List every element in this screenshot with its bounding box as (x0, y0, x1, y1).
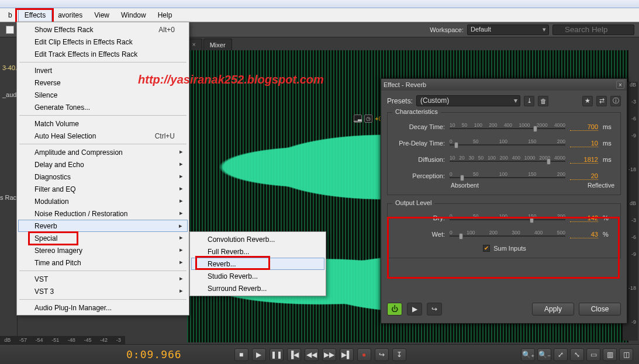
power-toggle[interactable]: ⏻ (387, 303, 402, 316)
menu-item-help[interactable]: Help (152, 9, 178, 22)
slider-track[interactable]: 10203050100200400100020004000 (450, 155, 565, 164)
menu-item-vst-3[interactable]: VST 3 (18, 285, 188, 297)
menu-item-time-and-pitch[interactable]: Time and Pitch (18, 256, 188, 269)
zoom-selection-button[interactable]: ⤡ (570, 348, 584, 361)
rewind-button[interactable]: ◀◀ (305, 348, 319, 361)
menu-item-amplitude-and-compression[interactable]: Amplitude and Compression (18, 146, 188, 158)
skip-start-button[interactable]: ▐◀ (287, 348, 301, 361)
menu-item-effects[interactable]: Effects (18, 8, 52, 22)
info-icon[interactable]: ⓘ (610, 96, 621, 106)
slider-thumb[interactable] (459, 233, 463, 240)
sum-inputs-checkbox[interactable]: ✔ (483, 245, 490, 252)
skip-end-button[interactable]: ▶▌ (340, 348, 354, 361)
save-preset-icon[interactable]: ⤓ (524, 96, 534, 106)
slider-thumb[interactable] (533, 126, 537, 132)
level-meter-scale: dB-57 -54-51 -48-45 -42-3 (0, 336, 125, 344)
channel-map-icon[interactable]: ⇄ (596, 96, 607, 106)
dialog-titlebar[interactable]: Effect - Reverb × (381, 79, 627, 91)
menu-item-favorites-partial[interactable]: avorites (52, 9, 88, 22)
slider-thumb[interactable] (530, 217, 534, 223)
loop-toggle[interactable]: ↪ (427, 303, 442, 316)
slider-value[interactable]: 142 (570, 214, 598, 222)
menu-item-modulation[interactable]: Modulation (18, 195, 188, 207)
menu-item-invert[interactable]: Invert (18, 64, 188, 77)
loop-button[interactable]: ↪ (375, 348, 389, 361)
zoom-in-button[interactable]: 🔍₊ (521, 348, 535, 361)
menu-item-noise-reduction-restoration[interactable]: Noise Reduction / Restoration (18, 207, 188, 220)
record-button[interactable]: ● (357, 348, 371, 361)
hud-clock-icon[interactable]: ◷ (364, 115, 372, 123)
slider-value[interactable]: 10 (570, 140, 598, 147)
slider-label: Diffusion: (395, 156, 445, 163)
slider-value[interactable]: 20 (570, 172, 598, 180)
zoom-full-button[interactable]: ⤢ (554, 348, 568, 361)
pause-button[interactable]: ❚❚ (270, 348, 284, 361)
slider-value[interactable]: 43 (570, 231, 598, 238)
skip-selection-button[interactable]: ↧ (392, 348, 406, 361)
menu-item-edit-clip-effects-in-effects-rack[interactable]: Edit Clip Effects in Effects Rack (18, 36, 188, 48)
menu-item-filter-and-eq[interactable]: Filter and EQ (18, 183, 188, 195)
menu-item-stereo-imagery[interactable]: Stereo Imagery (18, 244, 188, 256)
characteristics-group: Characteristics Decay Time:1050100200400… (387, 112, 621, 195)
apply-button[interactable]: Apply (532, 303, 574, 316)
search-input[interactable] (552, 25, 634, 35)
close-icon[interactable]: × (192, 41, 196, 48)
mode-toggle-icon[interactable] (6, 26, 14, 34)
menu-item-auto-heal-selection[interactable]: Auto Heal SelectionCtrl+U (18, 130, 188, 142)
slider-unit: ms (603, 140, 614, 147)
menu-item-audio-plug-in-manager[interactable]: Audio Plug-In Manager... (18, 301, 188, 314)
menu-item-edit-track-effects-in-effects-rack[interactable]: Edit Track Effects in Effects Rack (18, 48, 188, 60)
timecode-display[interactable]: 0:09.966 (126, 348, 182, 360)
play-button[interactable]: ▶ (252, 348, 266, 361)
zoom-out-time-button[interactable]: ▥ (603, 348, 617, 361)
menu-item-reverse[interactable]: Reverse (18, 77, 188, 89)
workspace-select[interactable]: Default (467, 25, 549, 35)
close-button[interactable]: Close (579, 303, 621, 316)
menu-item-delay-and-echo[interactable]: Delay and Echo (18, 158, 188, 171)
menu-item-clip-partial[interactable]: b (2, 9, 18, 22)
slider-row-dry: Dry:050100150200142% (395, 210, 614, 226)
menu-item-diagnostics[interactable]: Diagnostics (18, 171, 188, 183)
menu-item-vst[interactable]: VST (18, 273, 188, 285)
menu-item-reverb[interactable]: Reverb (18, 220, 188, 232)
menu-item-label: Invert (34, 67, 52, 75)
favorite-icon[interactable]: ★ (582, 96, 593, 106)
tab-mixer[interactable]: Mixer (203, 39, 232, 50)
slider-track[interactable]: 1050100200400100020004000 (450, 122, 565, 131)
zoom-out-button[interactable]: 🔍₋ (537, 348, 551, 361)
file-list-item[interactable]: _audi (2, 91, 18, 98)
slider-value[interactable]: 700 (570, 123, 598, 131)
menu-item-label: Time and Pitch (34, 259, 81, 267)
menu-item-window[interactable]: Window (115, 9, 152, 22)
submenu-item-reverb[interactable]: Reverb... (191, 258, 324, 270)
menu-item-generate-tones[interactable]: Generate Tones... (18, 101, 188, 113)
stop-button[interactable]: ■ (234, 348, 248, 361)
slider-thumb[interactable] (454, 142, 458, 148)
slider-thumb[interactable] (460, 175, 464, 181)
slider-track[interactable]: 0100200300400500 (450, 230, 565, 239)
hud-levels-icon[interactable]: ▁▃ (354, 115, 362, 123)
submenu-item-convolution-reverb[interactable]: Convolution Reverb... (191, 233, 324, 245)
submenu-item-full-reverb[interactable]: Full Reverb... (191, 245, 324, 258)
menu-item-show-effects-rack[interactable]: Show Effects RackAlt+0 (18, 23, 188, 36)
submenu-item-studio-reverb[interactable]: Studio Reverb... (191, 270, 324, 282)
slider-track[interactable]: 050100150200 (450, 138, 565, 148)
menu-item-label: Modulation (34, 197, 69, 206)
presets-select[interactable]: (Custom) (416, 95, 520, 106)
preview-play-button[interactable]: ▶ (407, 303, 422, 316)
slider-thumb[interactable] (547, 158, 551, 165)
menu-item-silence[interactable]: Silence (18, 89, 188, 101)
zoom-amplitude-button[interactable]: ◫ (619, 348, 633, 361)
workspace-label: Workspace: (430, 26, 464, 33)
delete-preset-icon[interactable]: 🗑 (538, 96, 548, 106)
submenu-item-surround-reverb[interactable]: Surround Reverb... (191, 282, 324, 294)
slider-track[interactable]: 050100150200 (450, 171, 565, 181)
slider-value[interactable]: 1812 (570, 156, 598, 164)
zoom-in-time-button[interactable]: ▭ (586, 348, 600, 361)
menu-item-match-volume[interactable]: Match Volume (18, 117, 188, 130)
slider-track[interactable]: 050100150200 (450, 213, 565, 223)
menu-item-view[interactable]: View (88, 9, 115, 22)
close-icon[interactable]: × (616, 81, 624, 89)
menu-item-special[interactable]: Special (18, 232, 188, 244)
fast-forward-button[interactable]: ▶▶ (322, 348, 336, 361)
